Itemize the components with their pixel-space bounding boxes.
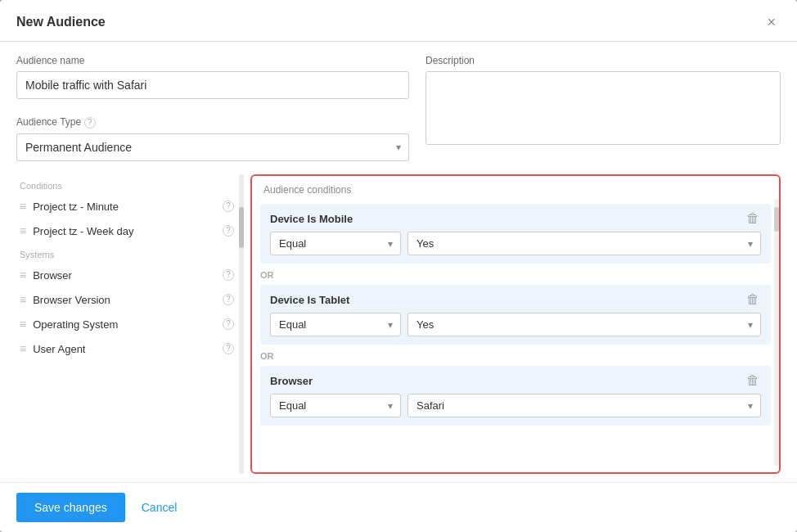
delete-condition-button[interactable]: 🗑	[745, 374, 761, 387]
condition-item-label: Project tz - Week day	[33, 225, 223, 237]
audience-conditions-header: Audience conditions	[252, 176, 779, 201]
list-item[interactable]: ≡ Operating System ?	[16, 312, 237, 336]
condition-block-title: Browser	[270, 375, 313, 387]
audience-name-input[interactable]	[16, 71, 409, 99]
description-group: Description	[426, 55, 781, 161]
audience-type-help-icon[interactable]: ?	[84, 117, 96, 128]
modal-title: New Audience	[16, 15, 106, 29]
right-scrollbar-thumb[interactable]	[774, 207, 779, 232]
main-content: Conditions ≡ Project tz - Minute ? ≡ Pro…	[0, 174, 797, 482]
new-audience-modal: New Audience × Audience name Audience Ty…	[0, 0, 797, 532]
save-changes-button[interactable]: Save changes	[16, 493, 125, 522]
condition-block: Browser 🗑 Equal Not Equal	[260, 366, 771, 426]
operator-select-wrap: Equal Not Equal ▾	[270, 394, 401, 417]
condition-item-label: Operating System	[33, 318, 223, 331]
close-button[interactable]: ×	[762, 13, 781, 31]
list-item[interactable]: ≡ Project tz - Week day ?	[16, 219, 237, 243]
audience-conditions-box: Audience conditions Device Is Mobile 🗑	[250, 174, 781, 474]
delete-condition-button[interactable]: 🗑	[745, 293, 761, 306]
operator-select[interactable]: Equal Not Equal	[270, 232, 401, 255]
condition-row: Equal Not Equal ▾	[270, 394, 761, 417]
value-select-wrap: Yes No ▾	[408, 232, 761, 255]
drag-handle-icon: ≡	[20, 318, 26, 331]
scrollbar-track	[239, 174, 244, 474]
audience-type-label: Audience Type ?	[16, 116, 96, 128]
left-panel-wrap: Conditions ≡ Project tz - Minute ? ≡ Pro…	[16, 174, 237, 474]
systems-section-label: Systems	[16, 243, 237, 263]
help-icon[interactable]: ?	[223, 225, 234, 237]
conditions-scroll: Device Is Mobile 🗑 Equal Not Equal	[252, 201, 779, 472]
delete-condition-button[interactable]: 🗑	[745, 212, 761, 225]
condition-block-header: Device Is Tablet 🗑	[270, 293, 761, 306]
drag-handle-icon: ≡	[20, 200, 26, 213]
condition-block-title: Device Is Tablet	[270, 294, 349, 306]
modal-header: New Audience ×	[0, 0, 797, 42]
condition-block-title: Device Is Mobile	[270, 213, 353, 225]
list-item[interactable]: ≡ Project tz - Minute ?	[16, 194, 237, 219]
scrollbar-thumb[interactable]	[239, 207, 244, 248]
value-select-wrap: Yes No ▾	[408, 313, 761, 336]
condition-block: Device Is Tablet 🗑 Equal Not Equal	[260, 285, 771, 345]
audience-name-group: Audience name Audience Type ? Permanent …	[16, 55, 409, 161]
list-item[interactable]: ≡ User Agent ?	[16, 336, 237, 361]
operator-select-wrap: Equal Not Equal ▾	[270, 313, 401, 336]
description-label: Description	[426, 55, 781, 66]
value-select[interactable]: Yes No	[408, 232, 761, 255]
drag-handle-icon: ≡	[20, 342, 26, 355]
condition-item-label: Browser Version	[33, 294, 223, 306]
left-scrollbar-area	[237, 174, 244, 474]
or-label: OR	[260, 270, 274, 280]
audience-type-select[interactable]: Permanent Audience Session Audience	[16, 133, 409, 161]
or-separator: OR	[260, 264, 771, 285]
condition-block: Device Is Mobile 🗑 Equal Not Equal	[260, 204, 771, 264]
value-select-wrap: Safari Chrome Firefox Edge ▾	[408, 394, 761, 417]
condition-block-header: Browser 🗑	[270, 374, 761, 387]
left-panel: Conditions ≡ Project tz - Minute ? ≡ Pro…	[16, 174, 237, 474]
drag-handle-icon: ≡	[20, 224, 26, 237]
right-scrollbar-track	[774, 199, 779, 466]
audience-name-label: Audience name	[16, 55, 409, 66]
description-textarea[interactable]	[426, 71, 781, 145]
operator-select[interactable]: Equal Not Equal	[270, 313, 401, 336]
help-icon[interactable]: ?	[223, 201, 234, 212]
condition-row: Equal Not Equal ▾	[270, 313, 761, 336]
or-label: OR	[260, 351, 274, 361]
modal-footer: Save changes Cancel	[0, 482, 797, 532]
condition-item-label: User Agent	[33, 343, 223, 355]
help-icon[interactable]: ?	[223, 318, 234, 330]
cancel-button[interactable]: Cancel	[135, 493, 184, 522]
or-separator: OR	[260, 345, 771, 366]
condition-row: Equal Not Equal ▾	[270, 232, 761, 255]
value-select[interactable]: Yes No	[408, 313, 761, 336]
condition-item-label: Project tz - Minute	[33, 201, 223, 213]
drag-handle-icon: ≡	[20, 293, 26, 306]
list-item[interactable]: ≡ Browser Version ?	[16, 287, 237, 312]
help-icon[interactable]: ?	[223, 343, 234, 354]
help-icon[interactable]: ?	[223, 269, 234, 281]
conditions-list: ≡ Project tz - Minute ? ≡ Project tz - W…	[16, 194, 237, 474]
right-panel: Audience conditions Device Is Mobile 🗑	[250, 174, 781, 474]
list-item[interactable]: ≡ Browser ?	[16, 263, 237, 287]
value-select[interactable]: Safari Chrome Firefox Edge	[408, 394, 761, 417]
drag-handle-icon: ≡	[20, 268, 26, 282]
operator-select[interactable]: Equal Not Equal	[270, 394, 401, 417]
help-icon[interactable]: ?	[223, 294, 234, 305]
conditions-section-label: Conditions	[16, 174, 237, 194]
condition-block-header: Device Is Mobile 🗑	[270, 212, 761, 225]
top-section: Audience name Audience Type ? Permanent …	[0, 42, 797, 174]
modal-body: Audience name Audience Type ? Permanent …	[0, 42, 797, 482]
condition-item-label: Browser	[33, 269, 223, 282]
operator-select-wrap: Equal Not Equal ▾	[270, 232, 401, 255]
